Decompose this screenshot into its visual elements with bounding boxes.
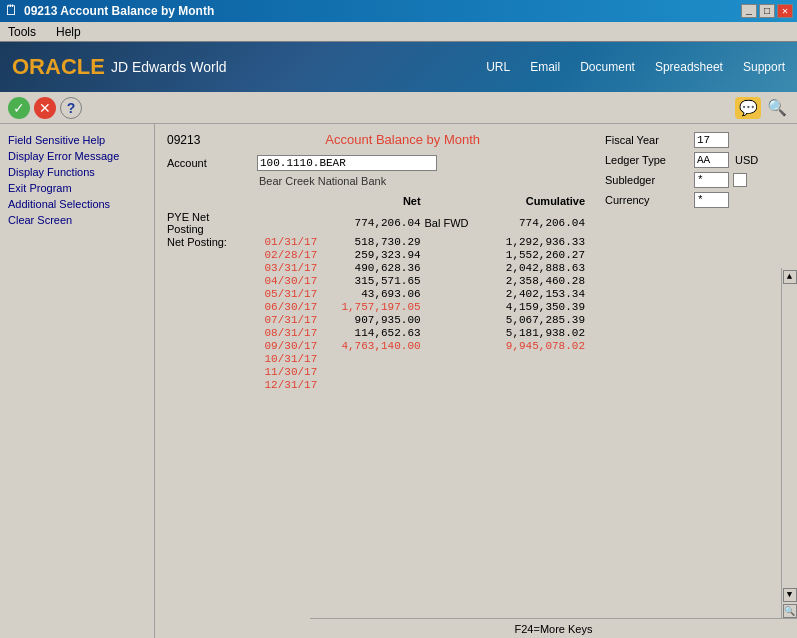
nav-links: URL Email Document Spreadsheet Support bbox=[486, 60, 785, 74]
sidebar-field-sensitive-help[interactable]: Field Sensitive Help bbox=[4, 132, 150, 148]
sidebar-clear-screen[interactable]: Clear Screen bbox=[4, 212, 150, 228]
menu-tools[interactable]: Tools bbox=[4, 24, 40, 40]
sidebar-display-functions[interactable]: Display Functions bbox=[4, 164, 150, 180]
table-rows: PYE Net Posting 774,206.04 Bal FWD 774,2… bbox=[167, 211, 585, 391]
bottom-text: F24=More Keys bbox=[515, 623, 593, 635]
form-number: 09213 bbox=[167, 133, 200, 147]
bottom-bar: F24=More Keys bbox=[310, 618, 597, 638]
right-panel: Fiscal Year Ledger Type USD Subledger Cu… bbox=[597, 124, 797, 638]
oracle-header: ORACLE JD Edwards World URL Email Docume… bbox=[0, 42, 797, 92]
row-date-9: 09/30/17 bbox=[247, 340, 317, 352]
scrollbar-area: ▲ ▼ 🔍 bbox=[781, 268, 797, 618]
oracle-text: ORACLE bbox=[12, 54, 105, 79]
col-date-header bbox=[247, 195, 317, 207]
sidebar-exit-program[interactable]: Exit Program bbox=[4, 180, 150, 196]
subledger-input[interactable] bbox=[694, 172, 729, 188]
table-row: 02/28/17 259,323.94 1,552,260.27 bbox=[167, 249, 585, 261]
row-net-5: 43,693.06 bbox=[317, 288, 420, 300]
form-title-row: 09213 Account Balance by Month bbox=[167, 132, 585, 147]
col-bfw-header bbox=[421, 195, 473, 207]
subledger-checkbox[interactable] bbox=[733, 173, 747, 187]
row-cumulative-6: 4,159,350.39 bbox=[472, 301, 585, 313]
currency-label: Currency bbox=[605, 194, 690, 206]
oracle-logo: ORACLE bbox=[12, 54, 105, 80]
row-net-7: 907,935.00 bbox=[317, 314, 420, 326]
nav-document[interactable]: Document bbox=[580, 60, 635, 74]
col-net-header: Net bbox=[317, 195, 420, 207]
form-title: Account Balance by Month bbox=[220, 132, 585, 147]
row-date-6: 06/30/17 bbox=[247, 301, 317, 313]
ledger-currency: USD bbox=[735, 154, 758, 166]
minimize-button[interactable]: _ bbox=[741, 4, 757, 18]
fiscal-year-row: Fiscal Year bbox=[605, 132, 789, 148]
logo-area: ORACLE JD Edwards World bbox=[12, 54, 227, 80]
row-date-7: 07/31/17 bbox=[247, 314, 317, 326]
account-input[interactable] bbox=[257, 155, 437, 171]
account-desc: Bear Creek National Bank bbox=[259, 175, 386, 187]
nav-support[interactable]: Support bbox=[743, 60, 785, 74]
row-cumulative-3: 2,042,888.63 bbox=[472, 262, 585, 274]
fiscal-year-input[interactable] bbox=[694, 132, 729, 148]
account-desc-row: Bear Creek National Bank bbox=[167, 175, 585, 187]
currency-input[interactable] bbox=[694, 192, 729, 208]
maximize-button[interactable]: □ bbox=[759, 4, 775, 18]
nav-spreadsheet[interactable]: Spreadsheet bbox=[655, 60, 723, 74]
title-bar-controls: _ □ ✕ bbox=[741, 4, 793, 18]
help-button[interactable]: ? bbox=[60, 97, 82, 119]
row-date-4: 04/30/17 bbox=[247, 275, 317, 287]
sidebar: Field Sensitive Help Display Error Messa… bbox=[0, 124, 155, 638]
sidebar-display-error-message[interactable]: Display Error Message bbox=[4, 148, 150, 164]
nav-url[interactable]: URL bbox=[486, 60, 510, 74]
row-cumulative-2: 1,552,260.27 bbox=[472, 249, 585, 261]
row-net-9: 4,763,140.00 bbox=[317, 340, 420, 352]
account-label: Account bbox=[167, 157, 257, 169]
data-table: Net Cumulative PYE Net Posting 774,206.0… bbox=[167, 195, 585, 391]
subledger-label: Subledger bbox=[605, 174, 690, 186]
nav-email[interactable]: Email bbox=[530, 60, 560, 74]
col-cumulative-header: Cumulative bbox=[472, 195, 585, 207]
search-icon-button[interactable]: 🔍 bbox=[765, 96, 789, 120]
subledger-row: Subledger bbox=[605, 172, 789, 188]
scroll-up-button[interactable]: ▲ bbox=[783, 270, 797, 284]
row-date-5: 05/31/17 bbox=[247, 288, 317, 300]
jde-text: JD Edwards World bbox=[111, 59, 227, 75]
row-label-1: Net Posting: bbox=[167, 236, 247, 248]
toolbar-right: 💬 🔍 bbox=[735, 96, 789, 120]
ledger-type-input[interactable] bbox=[694, 152, 729, 168]
table-row: 11/30/17 bbox=[167, 366, 585, 378]
ok-button[interactable]: ✓ bbox=[8, 97, 30, 119]
table-row: 08/31/17 114,652.63 5,181,938.02 bbox=[167, 327, 585, 339]
close-button[interactable]: ✕ bbox=[777, 4, 793, 18]
chat-icon-button[interactable]: 💬 bbox=[735, 97, 761, 119]
row-label-0: PYE Net Posting bbox=[167, 211, 247, 235]
table-row: 05/31/17 43,693.06 2,402,153.34 bbox=[167, 288, 585, 300]
row-date-10: 10/31/17 bbox=[247, 353, 317, 365]
row-date-12: 12/31/17 bbox=[247, 379, 317, 391]
sidebar-additional-selections[interactable]: Additional Selections bbox=[4, 196, 150, 212]
fiscal-year-label: Fiscal Year bbox=[605, 134, 690, 146]
table-row: 10/31/17 bbox=[167, 353, 585, 365]
scroll-down-button[interactable]: ▼ bbox=[783, 588, 797, 602]
row-cumulative-8: 5,181,938.02 bbox=[472, 327, 585, 339]
zoom-button[interactable]: 🔍 bbox=[783, 604, 797, 618]
row-date-1: 01/31/17 bbox=[247, 236, 317, 248]
table-row: 12/31/17 bbox=[167, 379, 585, 391]
menu-bar: Tools Help bbox=[0, 22, 797, 42]
title-bar-left: 🗒 09213 Account Balance by Month bbox=[4, 3, 214, 19]
main-wrapper: 09213 Account Balance by Month Account B… bbox=[155, 124, 797, 638]
table-header-row: Net Cumulative bbox=[167, 195, 585, 207]
ledger-type-row: Ledger Type USD bbox=[605, 152, 789, 168]
table-row: 07/31/17 907,935.00 5,067,285.39 bbox=[167, 314, 585, 326]
row-cumulative-5: 2,402,153.34 bbox=[472, 288, 585, 300]
row-cumulative-4: 2,358,460.28 bbox=[472, 275, 585, 287]
row-date-11: 11/30/17 bbox=[247, 366, 317, 378]
table-row: PYE Net Posting 774,206.04 Bal FWD 774,2… bbox=[167, 211, 585, 235]
toolbar: ✓ ✕ ? 💬 🔍 bbox=[0, 92, 797, 124]
app-icon: 🗒 bbox=[4, 3, 18, 19]
menu-help[interactable]: Help bbox=[52, 24, 85, 40]
row-net-6: 1,757,197.05 bbox=[317, 301, 420, 313]
row-net-2: 259,323.94 bbox=[317, 249, 420, 261]
ledger-type-label: Ledger Type bbox=[605, 154, 690, 166]
title-bar-text: 09213 Account Balance by Month bbox=[24, 4, 214, 18]
cancel-button[interactable]: ✕ bbox=[34, 97, 56, 119]
